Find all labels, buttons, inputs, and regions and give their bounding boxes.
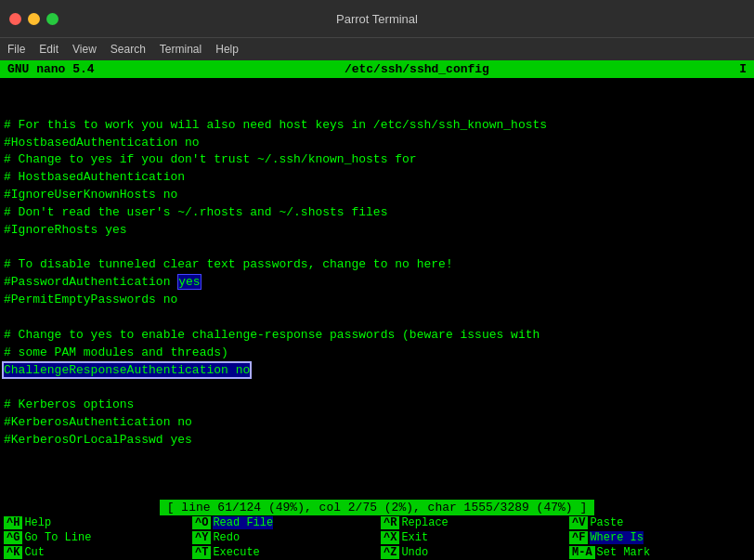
key-setmark: M-A xyxy=(569,546,595,559)
footer-replace[interactable]: ^R Replace xyxy=(377,515,566,530)
menubar: File Edit View Search Terminal Help xyxy=(0,37,754,60)
maximize-button[interactable] xyxy=(46,13,58,25)
menu-help[interactable]: Help xyxy=(215,43,239,56)
line-13: # Kerberos options xyxy=(4,397,134,411)
status-line: [ line 61/124 (49%), col 2/75 (2%), char… xyxy=(0,500,754,515)
key-replace: ^R xyxy=(381,516,399,529)
line-empty2 xyxy=(4,241,11,254)
footer-gotoline[interactable]: ^G Go To Line xyxy=(0,530,188,545)
label-gotoline: Go To Line xyxy=(24,531,91,544)
footer-cut[interactable]: ^K Cut xyxy=(0,545,188,560)
highlighted-yes: yes xyxy=(177,274,201,290)
key-undo: ^Z xyxy=(381,546,399,559)
key-redo: ^Y xyxy=(192,531,211,544)
key-cut: ^K xyxy=(4,546,22,559)
line-2: #HostbasedAuthentication no xyxy=(4,136,200,150)
label-execute: Execute xyxy=(213,546,259,559)
line-10: #PermitEmptyPasswords no xyxy=(4,293,177,306)
menu-edit[interactable]: Edit xyxy=(39,43,58,56)
line-empty3 xyxy=(4,310,11,324)
line-1: # For this to work you will also need ho… xyxy=(4,118,547,132)
key-execute: ^T xyxy=(192,546,211,559)
nano-header: GNU nano 5.4 /etc/ssh/sshd_config I xyxy=(0,60,754,78)
key-where: ^F xyxy=(569,531,588,544)
menu-terminal[interactable]: Terminal xyxy=(160,43,202,56)
footer-exit[interactable]: ^X Exit xyxy=(377,530,566,545)
key-read: ^O xyxy=(192,516,211,529)
line-9: #PasswordAuthentication yes xyxy=(4,274,202,290)
line-12: # some PAM modules and threads) xyxy=(4,345,228,359)
label-redo: Redo xyxy=(213,531,240,544)
highlighted-challenge: ChallengeResponseAuthentication no xyxy=(4,363,250,377)
close-button[interactable] xyxy=(9,13,21,25)
line-15: #KerberosOrLocalPasswd yes xyxy=(4,433,192,447)
menu-search[interactable]: Search xyxy=(110,43,146,56)
window-controls xyxy=(9,13,58,25)
label-setmark: Set Mark xyxy=(597,546,651,559)
line-4: # HostbasedAuthentication xyxy=(4,170,185,184)
key-exit: ^X xyxy=(381,531,399,544)
key-paste: ^V xyxy=(569,516,588,529)
label-paste: Paste xyxy=(590,516,623,529)
line-empty1 xyxy=(4,100,11,114)
footer-undo[interactable]: ^Z Undo xyxy=(377,545,566,560)
key-help: ^H xyxy=(4,516,22,529)
menu-view[interactable]: View xyxy=(72,43,97,56)
line-5: #IgnoreUserKnownHosts no xyxy=(4,188,177,202)
line-8: # To disable tunneled clear text passwor… xyxy=(4,257,453,271)
footer-help[interactable]: ^H Help xyxy=(0,515,188,530)
footer-redo[interactable]: ^Y Redo xyxy=(188,530,377,545)
line-empty4 xyxy=(4,380,11,394)
footer-where-is[interactable]: ^F Where Is xyxy=(566,530,754,545)
label-cut: Cut xyxy=(24,546,45,559)
line-11: # Change to yes to enable challenge-resp… xyxy=(4,328,540,342)
label-replace: Replace xyxy=(401,516,448,529)
label-read: Read File xyxy=(213,516,273,529)
label-where: Where Is xyxy=(590,531,644,544)
status-text: [ line 61/124 (49%), col 2/75 (2%), char… xyxy=(160,500,594,515)
line-6: # Don't read the user's ~/.rhosts and ~/… xyxy=(4,205,387,219)
label-help: Help xyxy=(24,516,51,529)
nano-mode: I xyxy=(739,62,747,76)
nano-version: GNU nano 5.4 xyxy=(7,62,95,76)
line-7: #IgnoreRhosts yes xyxy=(4,223,127,237)
footer-paste[interactable]: ^V Paste xyxy=(566,515,754,530)
line-3: # Change to yes if you don't trust ~/.ss… xyxy=(4,152,417,166)
label-undo: Undo xyxy=(401,546,428,559)
editor-content[interactable]: # For this to work you will also need ho… xyxy=(0,78,754,500)
nano-footer: ^H Help ^O Read File ^R Replace ^V Paste… xyxy=(0,515,754,560)
footer-set-mark[interactable]: M-A Set Mark xyxy=(566,545,754,560)
footer-read-file[interactable]: ^O Read File xyxy=(188,515,377,530)
window-title: Parrot Terminal xyxy=(336,12,418,26)
minimize-button[interactable] xyxy=(28,13,40,25)
footer-execute[interactable]: ^T Execute xyxy=(188,545,377,560)
nano-filename: /etc/ssh/sshd_config xyxy=(344,62,489,76)
titlebar: Parrot Terminal xyxy=(0,0,754,37)
menu-file[interactable]: File xyxy=(7,43,25,56)
key-gotoline: ^G xyxy=(4,531,22,544)
line-14: #KerberosAuthentication no xyxy=(4,415,192,429)
terminal[interactable]: GNU nano 5.4 /etc/ssh/sshd_config I # Fo… xyxy=(0,60,754,560)
label-exit: Exit xyxy=(401,531,428,544)
